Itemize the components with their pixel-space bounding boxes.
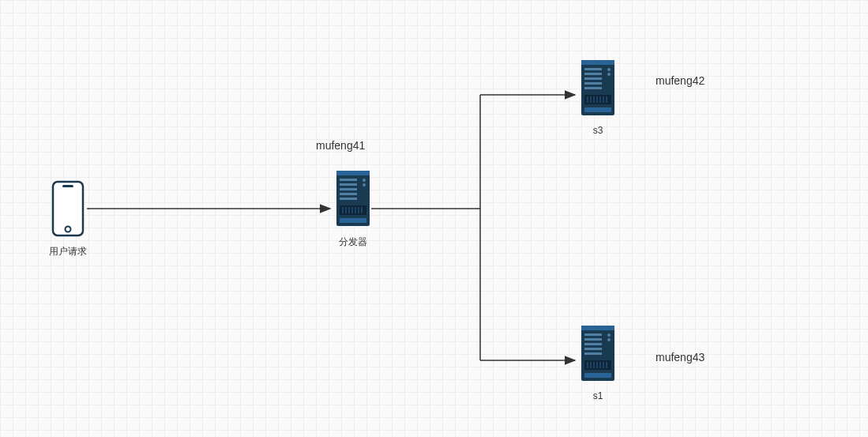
server-icon: [580, 58, 616, 117]
svg-rect-50: [584, 348, 602, 350]
svg-rect-15: [340, 198, 357, 200]
svg-rect-7: [62, 185, 73, 187]
grid-background: [0, 0, 868, 437]
server-icon: [335, 169, 371, 228]
svg-rect-46: [581, 326, 614, 330]
svg-rect-36: [584, 95, 611, 104]
server-bottom-label-side: mufeng43: [656, 351, 705, 364]
svg-rect-28: [581, 60, 614, 65]
svg-point-35: [607, 73, 611, 76]
svg-rect-47: [584, 333, 602, 336]
svg-rect-18: [340, 205, 366, 215]
svg-rect-32: [584, 82, 602, 85]
svg-rect-33: [584, 87, 602, 89]
dispatcher-label-above: mufeng41: [316, 139, 365, 152]
svg-rect-62: [584, 373, 611, 378]
svg-rect-29: [584, 68, 602, 70]
svg-rect-12: [340, 183, 357, 186]
svg-point-52: [607, 333, 611, 337]
svg-rect-31: [584, 77, 602, 80]
svg-rect-54: [584, 360, 611, 370]
server-bottom-label-below: s1: [580, 390, 616, 401]
svg-rect-30: [584, 73, 602, 75]
svg-rect-11: [340, 179, 357, 181]
svg-point-17: [363, 183, 366, 186]
node-dispatcher: 分发器: [335, 169, 371, 249]
svg-rect-10: [336, 171, 370, 175]
svg-rect-13: [340, 188, 357, 190]
svg-point-53: [607, 338, 611, 341]
server-icon: [580, 324, 616, 382]
svg-rect-48: [584, 338, 602, 341]
svg-rect-26: [340, 218, 366, 223]
phone-icon: [51, 180, 85, 237]
svg-rect-44: [584, 107, 611, 112]
node-server-top: s3: [580, 58, 616, 136]
svg-rect-51: [584, 352, 602, 355]
dispatcher-label-below: 分发器: [335, 235, 371, 249]
server-top-label-side: mufeng42: [656, 74, 705, 87]
node-server-bottom: s1: [580, 324, 616, 401]
server-top-label-below: s3: [580, 125, 616, 136]
svg-rect-6: [53, 182, 83, 235]
svg-point-34: [607, 68, 611, 71]
node-phone: 用户请求: [49, 180, 87, 258]
svg-point-16: [363, 179, 366, 182]
svg-rect-14: [340, 193, 357, 195]
svg-rect-49: [584, 343, 602, 345]
phone-label: 用户请求: [49, 245, 87, 258]
